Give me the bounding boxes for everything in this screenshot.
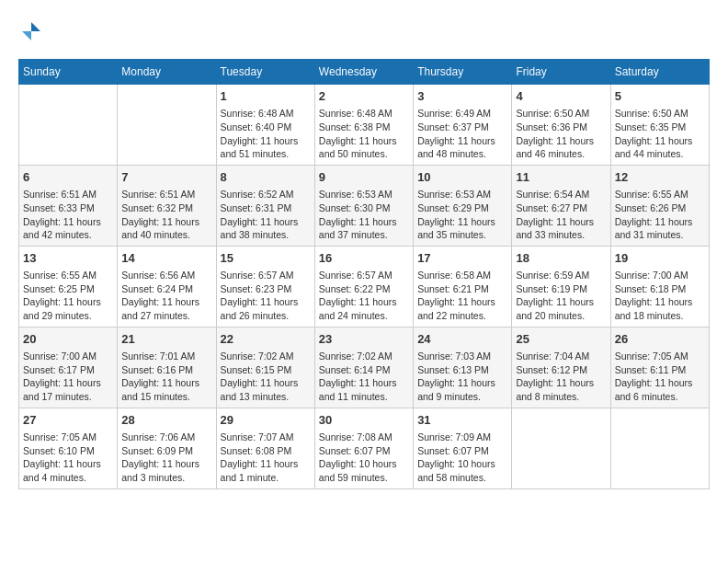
- calendar-day-24: 24Sunrise: 7:03 AMSunset: 6:13 PMDayligh…: [414, 327, 512, 408]
- cell-content: Sunrise: 7:02 AMSunset: 6:15 PMDaylight:…: [221, 350, 311, 404]
- cell-content: Sunrise: 6:56 AMSunset: 6:24 PMDaylight:…: [121, 269, 211, 323]
- calendar-day-14: 14Sunrise: 6:56 AMSunset: 6:24 PMDayligh…: [118, 246, 216, 327]
- cell-content: Sunrise: 6:57 AMSunset: 6:22 PMDaylight:…: [319, 269, 409, 323]
- cell-content: Sunrise: 6:55 AMSunset: 6:26 PMDaylight:…: [615, 188, 705, 242]
- cell-content: Sunrise: 7:02 AMSunset: 6:14 PMDaylight:…: [319, 350, 409, 404]
- day-number: 18: [516, 250, 606, 267]
- day-header-wednesday: Wednesday: [314, 60, 413, 85]
- cell-content: Sunrise: 6:50 AMSunset: 6:35 PMDaylight:…: [615, 107, 705, 161]
- calendar-day-27: 27Sunrise: 7:05 AMSunset: 6:10 PMDayligh…: [19, 408, 118, 488]
- cell-content: Sunrise: 7:07 AMSunset: 6:08 PMDaylight:…: [221, 431, 311, 485]
- calendar-day-21: 21Sunrise: 7:01 AMSunset: 6:16 PMDayligh…: [118, 327, 216, 408]
- day-number: 5: [615, 88, 705, 105]
- day-number: 8: [221, 169, 311, 186]
- logo-icon: [18, 18, 44, 44]
- cell-content: Sunrise: 7:05 AMSunset: 6:10 PMDaylight:…: [23, 431, 113, 485]
- day-number: 13: [23, 250, 113, 267]
- calendar-week-row: 13Sunrise: 6:55 AMSunset: 6:25 PMDayligh…: [19, 246, 710, 327]
- calendar-day-11: 11Sunrise: 6:54 AMSunset: 6:27 PMDayligh…: [512, 165, 610, 246]
- calendar-day-2: 2Sunrise: 6:48 AMSunset: 6:38 PMDaylight…: [314, 85, 413, 166]
- day-header-sunday: Sunday: [19, 60, 118, 85]
- day-number: 7: [121, 169, 211, 186]
- day-number: 22: [221, 331, 311, 348]
- calendar-day-28: 28Sunrise: 7:06 AMSunset: 6:09 PMDayligh…: [118, 408, 216, 488]
- calendar-day-29: 29Sunrise: 7:07 AMSunset: 6:08 PMDayligh…: [216, 408, 314, 488]
- day-number: 20: [23, 331, 113, 348]
- calendar-week-row: 1Sunrise: 6:48 AMSunset: 6:40 PMDaylight…: [19, 85, 710, 166]
- cell-content: Sunrise: 6:55 AMSunset: 6:25 PMDaylight:…: [23, 269, 113, 323]
- cell-content: Sunrise: 7:04 AMSunset: 6:12 PMDaylight:…: [516, 350, 606, 404]
- day-header-thursday: Thursday: [414, 60, 512, 85]
- day-number: 31: [417, 412, 507, 429]
- calendar-table: SundayMondayTuesdayWednesdayThursdayFrid…: [18, 59, 710, 489]
- cell-content: Sunrise: 6:48 AMSunset: 6:38 PMDaylight:…: [319, 107, 409, 161]
- empty-cell: [118, 85, 216, 166]
- cell-content: Sunrise: 6:52 AMSunset: 6:31 PMDaylight:…: [221, 188, 311, 242]
- cell-content: Sunrise: 6:53 AMSunset: 6:30 PMDaylight:…: [319, 188, 409, 242]
- day-number: 21: [121, 331, 211, 348]
- empty-cell: [19, 85, 118, 166]
- calendar-day-30: 30Sunrise: 7:08 AMSunset: 6:07 PMDayligh…: [314, 408, 413, 488]
- day-number: 29: [221, 412, 311, 429]
- cell-content: Sunrise: 6:58 AMSunset: 6:21 PMDaylight:…: [417, 269, 507, 323]
- cell-content: Sunrise: 7:03 AMSunset: 6:13 PMDaylight:…: [417, 350, 507, 404]
- day-number: 2: [319, 88, 409, 105]
- calendar-day-12: 12Sunrise: 6:55 AMSunset: 6:26 PMDayligh…: [610, 165, 709, 246]
- calendar-header-row: SundayMondayTuesdayWednesdayThursdayFrid…: [19, 60, 710, 85]
- day-header-saturday: Saturday: [610, 60, 709, 85]
- calendar-day-20: 20Sunrise: 7:00 AMSunset: 6:17 PMDayligh…: [19, 327, 118, 408]
- day-number: 26: [615, 331, 705, 348]
- cell-content: Sunrise: 6:51 AMSunset: 6:32 PMDaylight:…: [121, 188, 211, 242]
- day-number: 14: [121, 250, 211, 267]
- calendar-day-16: 16Sunrise: 6:57 AMSunset: 6:22 PMDayligh…: [314, 246, 413, 327]
- day-number: 10: [417, 169, 507, 186]
- day-number: 17: [417, 250, 507, 267]
- day-header-friday: Friday: [512, 60, 610, 85]
- day-number: 6: [23, 169, 113, 186]
- cell-content: Sunrise: 6:59 AMSunset: 6:19 PMDaylight:…: [516, 269, 606, 323]
- cell-content: Sunrise: 6:57 AMSunset: 6:23 PMDaylight:…: [221, 269, 311, 323]
- empty-cell: [512, 408, 610, 488]
- calendar-day-3: 3Sunrise: 6:49 AMSunset: 6:37 PMDaylight…: [414, 85, 512, 166]
- calendar-day-23: 23Sunrise: 7:02 AMSunset: 6:14 PMDayligh…: [314, 327, 413, 408]
- cell-content: Sunrise: 6:50 AMSunset: 6:36 PMDaylight:…: [516, 107, 606, 161]
- day-number: 27: [23, 412, 113, 429]
- day-number: 19: [615, 250, 705, 267]
- calendar-day-15: 15Sunrise: 6:57 AMSunset: 6:23 PMDayligh…: [216, 246, 314, 327]
- cell-content: Sunrise: 7:06 AMSunset: 6:09 PMDaylight:…: [121, 431, 211, 485]
- cell-content: Sunrise: 7:01 AMSunset: 6:16 PMDaylight:…: [121, 350, 211, 404]
- logo: [18, 18, 48, 44]
- svg-marker-1: [31, 22, 40, 31]
- calendar-day-9: 9Sunrise: 6:53 AMSunset: 6:30 PMDaylight…: [314, 165, 413, 246]
- day-number: 12: [615, 169, 705, 186]
- calendar-day-18: 18Sunrise: 6:59 AMSunset: 6:19 PMDayligh…: [512, 246, 610, 327]
- cell-content: Sunrise: 6:54 AMSunset: 6:27 PMDaylight:…: [516, 188, 606, 242]
- day-number: 1: [221, 88, 311, 105]
- calendar-day-1: 1Sunrise: 6:48 AMSunset: 6:40 PMDaylight…: [216, 85, 314, 166]
- day-number: 28: [121, 412, 211, 429]
- day-number: 24: [417, 331, 507, 348]
- cell-content: Sunrise: 7:09 AMSunset: 6:07 PMDaylight:…: [417, 431, 507, 485]
- day-number: 9: [319, 169, 409, 186]
- cell-content: Sunrise: 7:00 AMSunset: 6:17 PMDaylight:…: [23, 350, 113, 404]
- cell-content: Sunrise: 7:08 AMSunset: 6:07 PMDaylight:…: [319, 431, 409, 485]
- calendar-day-25: 25Sunrise: 7:04 AMSunset: 6:12 PMDayligh…: [512, 327, 610, 408]
- day-number: 3: [417, 88, 507, 105]
- day-number: 30: [319, 412, 409, 429]
- cell-content: Sunrise: 6:48 AMSunset: 6:40 PMDaylight:…: [221, 107, 311, 161]
- calendar-week-row: 27Sunrise: 7:05 AMSunset: 6:10 PMDayligh…: [19, 408, 710, 488]
- svg-marker-2: [22, 31, 31, 40]
- day-header-tuesday: Tuesday: [216, 60, 314, 85]
- calendar-week-row: 20Sunrise: 7:00 AMSunset: 6:17 PMDayligh…: [19, 327, 710, 408]
- day-number: 15: [221, 250, 311, 267]
- day-number: 23: [319, 331, 409, 348]
- calendar-day-19: 19Sunrise: 7:00 AMSunset: 6:18 PMDayligh…: [610, 246, 709, 327]
- cell-content: Sunrise: 7:00 AMSunset: 6:18 PMDaylight:…: [615, 269, 705, 323]
- calendar-day-22: 22Sunrise: 7:02 AMSunset: 6:15 PMDayligh…: [216, 327, 314, 408]
- calendar-day-7: 7Sunrise: 6:51 AMSunset: 6:32 PMDaylight…: [118, 165, 216, 246]
- day-number: 16: [319, 250, 409, 267]
- calendar-day-31: 31Sunrise: 7:09 AMSunset: 6:07 PMDayligh…: [414, 408, 512, 488]
- day-number: 25: [516, 331, 606, 348]
- calendar-week-row: 6Sunrise: 6:51 AMSunset: 6:33 PMDaylight…: [19, 165, 710, 246]
- day-number: 11: [516, 169, 606, 186]
